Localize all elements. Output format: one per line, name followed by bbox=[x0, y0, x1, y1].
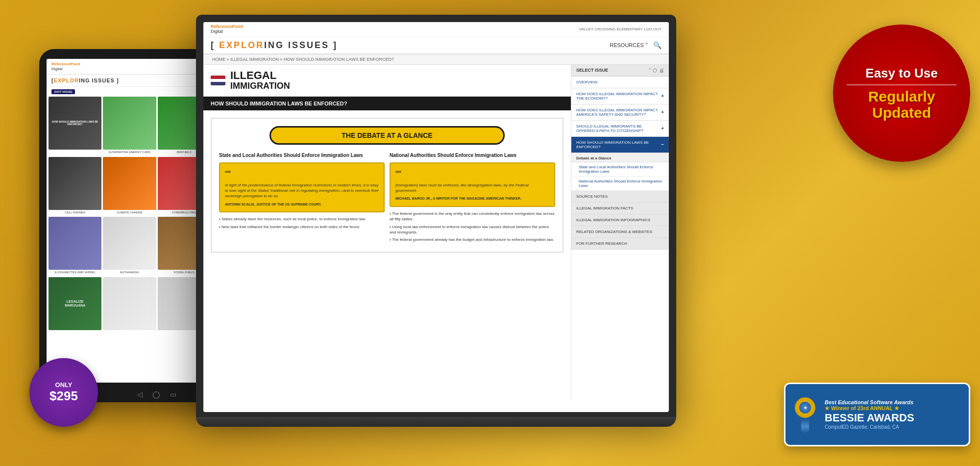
issue-header: ILLEGAL IMMIGRATION bbox=[203, 65, 571, 97]
bessie-sub-label: ComputED Gazette, Carlsbad, CA bbox=[825, 424, 961, 430]
bessie-medal: ★ bbox=[793, 395, 817, 420]
list-item[interactable]: ALTERNATIVE ENERGY CARS bbox=[103, 97, 156, 155]
laptop-nav-title: [ EXPLORING ISSUES ] bbox=[211, 40, 338, 51]
tablet-menu-icon[interactable]: ▭ bbox=[170, 390, 176, 398]
sidebar-item-research[interactable]: FOR FURTHER RESEARCH bbox=[571, 238, 669, 250]
laptop-sidebar: SELECT ISSUE “ ⬡ 🖨 OVERVIEW HOW DOES ILL… bbox=[571, 65, 669, 401]
sidebar-section-debate: Debate at a Glance bbox=[571, 153, 669, 162]
left-bullet-2: New laws that militarize the border enda… bbox=[219, 224, 385, 230]
print-icon[interactable]: 🖨 bbox=[659, 68, 664, 73]
collapse-icon: − bbox=[661, 142, 664, 147]
quote-tool-icon[interactable]: “ bbox=[649, 68, 651, 73]
hot-issue-badge: [HOT ISSUE] bbox=[51, 89, 75, 94]
easy-to-use-badge: Easy to Use Regularly Updated bbox=[833, 25, 970, 162]
sidebar-item-infographics[interactable]: ILLEGAL IMMIGRATION INFOGRAPHICS bbox=[571, 214, 669, 226]
right-side: National Authorities Should Enforce Immi… bbox=[390, 152, 555, 244]
laptop-school-info: VALLEY CROSSING ELEMENTARY LOG OUT bbox=[579, 27, 662, 31]
laptop-device: ReferencePoint Digital VALLEY CROSSING E… bbox=[196, 15, 676, 437]
bessie-awards-badge: ★ Best Educational Software Awards ★ Win… bbox=[784, 383, 970, 446]
laptop-screen: ReferencePoint Digital VALLEY CROSSING E… bbox=[203, 22, 669, 412]
right-bullet-2: Using local law enforcement to enforce i… bbox=[390, 224, 555, 235]
select-issue-label[interactable]: SELECT ISSUE bbox=[576, 68, 608, 73]
laptop-outer-frame: ReferencePoint Digital VALLEY CROSSING E… bbox=[196, 15, 676, 417]
tablet-home-icon[interactable]: ◯ bbox=[152, 390, 160, 398]
price-badge: ONLY $295 bbox=[29, 358, 98, 427]
tablet-back-icon[interactable]: ◁ bbox=[137, 390, 143, 398]
sidebar-item-source-notes[interactable]: SOURCE NOTES bbox=[571, 191, 669, 203]
laptop-navbar: [ EXPLORING ISSUES ] RESOURCES ˅ 🔍 bbox=[203, 37, 669, 54]
debate-at-a-glance-box: THE DEBATE AT A GLANCE State and Local A… bbox=[211, 118, 564, 253]
laptop-logo: ReferencePoint Digital bbox=[211, 25, 243, 34]
tablet-bottom-bar: ◁ ◯ ▭ bbox=[137, 390, 176, 398]
question-bar: HOW SHOULD IMMIGRATION LAWS BE ENFORCED? bbox=[203, 97, 571, 110]
tablet-logo: ReferencePoint Digital bbox=[51, 62, 80, 71]
sidebar-header: SELECT ISSUE “ ⬡ 🖨 bbox=[571, 65, 669, 77]
bessie-winner-label: ★ Winner of 23rd ANNUAL ★ bbox=[825, 405, 961, 412]
regularly-updated-text: Regularly Updated bbox=[868, 88, 935, 121]
sidebar-item-organizations[interactable]: RELATED ORGANIZATIONS & WEBSITES bbox=[571, 226, 669, 238]
list-item[interactable]: E-CIGARETTES AND VAPING bbox=[49, 217, 101, 275]
sidebar-item-economy[interactable]: HOW DOES ILLEGAL IMMIGRATION IMPACT THE … bbox=[571, 88, 669, 104]
left-side: State and Local Authorities Should Enfor… bbox=[219, 152, 385, 232]
list-item[interactable]: HOW SHOULD IMMIGRATION LAWS BE ENFORCED? bbox=[49, 97, 101, 155]
tablet-logo-text: ReferencePoint Digital bbox=[51, 62, 80, 71]
sidebar-item-overview[interactable]: OVERVIEW bbox=[571, 77, 669, 88]
left-bullet-1: States already have the resources, such … bbox=[219, 216, 385, 222]
price-value: $295 bbox=[49, 388, 78, 404]
share-icon[interactable]: ⬡ bbox=[653, 68, 657, 73]
sidebar-subitem-national[interactable]: National Authorities Should Enforce Immi… bbox=[571, 177, 669, 191]
sidebar-tools: “ ⬡ 🖨 bbox=[649, 68, 664, 73]
bessie-ribbon: ★ bbox=[793, 395, 817, 434]
right-quote-box: [Immigration] laws must be enforced, lik… bbox=[390, 162, 555, 207]
bessie-best-label: Best Educational Software Awards bbox=[825, 399, 961, 405]
sidebar-item-enforcement[interactable]: HOW SHOULD IMMIGRATION LAWS BE ENFORCED?… bbox=[571, 137, 669, 153]
expand-icon: + bbox=[661, 126, 664, 131]
right-side-title: National Authorities Should Enforce Immi… bbox=[390, 152, 555, 158]
right-quote-attr: MICHAEL BARGO JR., A WRITER FOR THE MAGA… bbox=[395, 196, 549, 201]
laptop-content: ILLEGAL IMMIGRATION HOW SHOULD IMMIGRATI… bbox=[203, 65, 669, 401]
price-only-label: ONLY bbox=[55, 381, 73, 388]
right-bullet-1: The federal government is the only entit… bbox=[390, 211, 555, 222]
list-item[interactable]: EUTHANASIA bbox=[103, 217, 156, 275]
sidebar-item-safety[interactable]: HOW DOES ILLEGAL IMMIGRATION IMPACT AMER… bbox=[571, 104, 669, 121]
laptop-main-content: ILLEGAL IMMIGRATION HOW SHOULD IMMIGRATI… bbox=[203, 65, 571, 401]
expand-icon: + bbox=[661, 93, 664, 99]
resources-button[interactable]: RESOURCES ˅ bbox=[610, 42, 648, 49]
glance-label: THE DEBATE AT A GLANCE bbox=[270, 126, 505, 145]
list-item[interactable] bbox=[103, 277, 156, 330]
sidebar-item-citizenship[interactable]: SHOULD ILLEGAL IMMIGRANTS BE OFFERED A P… bbox=[571, 121, 669, 137]
bessie-text-area: Best Educational Software Awards ★ Winne… bbox=[825, 399, 961, 430]
tablet-nav-title: [EXPLORING ISSUES ] bbox=[51, 78, 119, 83]
easy-to-use-text: Easy to Use bbox=[865, 66, 937, 81]
laptop-nav-right: RESOURCES ˅ 🔍 bbox=[610, 41, 662, 49]
breadcrumb: HOME » ILLEGAL IMMIGRATION » HOW SHOULD … bbox=[203, 54, 669, 65]
list-item[interactable]: CLIMATE CHANGE bbox=[103, 157, 156, 215]
flag-icon bbox=[211, 76, 225, 85]
right-bullet-3: The federal government already has the b… bbox=[390, 237, 555, 242]
left-quote-box: In light of the predominance of federal … bbox=[219, 162, 385, 213]
list-item[interactable]: CELL PHONES bbox=[49, 157, 101, 215]
laptop-topbar: ReferencePoint Digital VALLEY CROSSING E… bbox=[203, 22, 669, 37]
left-side-title: State and Local Authorities Should Enfor… bbox=[219, 152, 385, 158]
sidebar-subitem-state[interactable]: State and Local Authorities Should Enfor… bbox=[571, 162, 669, 177]
left-quote-attr: ANTONIN SCALIA, JUSTICE OF THE US SUPREM… bbox=[225, 202, 379, 207]
issue-title: ILLEGAL IMMIGRATION bbox=[230, 70, 290, 91]
debate-sides: State and Local Authorities Should Enfor… bbox=[219, 152, 555, 244]
search-icon[interactable]: 🔍 bbox=[653, 41, 662, 49]
expand-icon: + bbox=[661, 109, 664, 115]
bessie-ribbon-strip bbox=[801, 419, 809, 434]
bessie-title: BESSIE AWARDS bbox=[825, 412, 961, 424]
sidebar-item-facts[interactable]: ILLEGAL IMMIGRATION FACTS bbox=[571, 203, 669, 214]
list-item[interactable]: LEGALIZEMARIJUANA bbox=[49, 277, 101, 330]
laptop-base bbox=[196, 417, 676, 427]
